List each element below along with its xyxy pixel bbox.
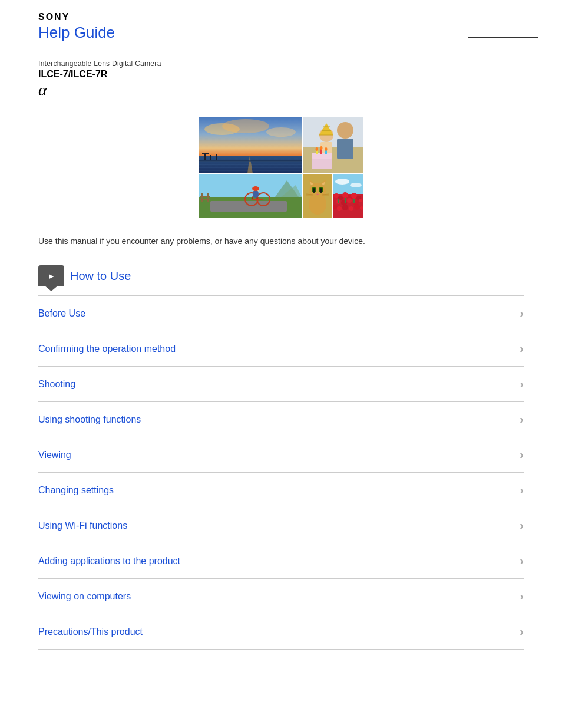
nav-item-label: Viewing on computers: [38, 591, 131, 602]
nav-item-label: Precautions/This product: [38, 627, 143, 637]
icon-label: ▶: [49, 273, 54, 279]
header-left: SONY Help Guide: [38, 12, 115, 42]
svg-rect-18: [337, 139, 353, 159]
intro-description: Use this manual if you encounter any pro…: [38, 236, 365, 246]
svg-rect-7: [204, 154, 206, 160]
nav-item[interactable]: Viewing on computers›: [38, 579, 524, 614]
svg-point-2: [222, 119, 269, 133]
nav-item[interactable]: Before Use›: [38, 295, 524, 331]
nav-list: Before Use›Confirming the operation meth…: [0, 295, 562, 650]
nav-item-label: Adding applications to the product: [38, 556, 180, 566]
svg-point-47: [253, 190, 259, 198]
collage-image-sunset: [199, 117, 302, 173]
alpha-logo: α: [38, 81, 538, 100]
svg-point-79: [347, 198, 352, 203]
nav-item[interactable]: Shooting›: [38, 367, 524, 402]
collage-image-cyclist: [199, 174, 302, 218]
svg-point-75: [351, 193, 357, 199]
nav-item[interactable]: Using shooting functions›: [38, 402, 524, 437]
svg-point-71: [334, 193, 339, 198]
how-to-use-label: How to Use: [70, 269, 131, 283]
svg-point-31: [320, 146, 323, 150]
svg-rect-9: [210, 155, 211, 160]
svg-point-30: [316, 147, 318, 151]
chevron-right-icon: ›: [520, 377, 524, 391]
collage-image-flowers: [333, 174, 363, 218]
svg-point-69: [350, 183, 362, 187]
nav-item[interactable]: Confirming the operation method›: [38, 331, 524, 367]
svg-rect-35: [210, 201, 287, 212]
nav-item[interactable]: Adding applications to the product›: [38, 543, 524, 579]
svg-point-53: [309, 183, 326, 199]
nav-item-label: Viewing: [38, 450, 71, 460]
svg-rect-88: [338, 199, 339, 203]
header: SONY Help Guide: [0, 0, 562, 48]
chevron-right-icon: ›: [520, 589, 524, 603]
chevron-right-icon: ›: [520, 448, 524, 462]
nav-item[interactable]: Using Wi-Fi functions›: [38, 508, 524, 543]
chevron-right-icon: ›: [520, 342, 524, 355]
svg-rect-8: [202, 153, 209, 154]
collage-image-birthday: [303, 117, 363, 173]
sony-logo: SONY: [38, 12, 115, 22]
collage-image-cat: [303, 174, 332, 218]
chevron-right-icon: ›: [520, 519, 524, 532]
svg-point-81: [359, 199, 362, 202]
chevron-right-icon: ›: [520, 307, 524, 320]
svg-point-84: [342, 205, 348, 210]
nav-item-label: Changing settings: [38, 485, 114, 496]
product-info: Interchangeable Lens Digital Camera ILCE…: [0, 48, 562, 100]
chevron-right-icon: ›: [520, 413, 524, 426]
nav-item[interactable]: Changing settings›: [38, 473, 524, 508]
nav-item-label: Shooting: [38, 379, 75, 390]
svg-point-83: [337, 206, 342, 211]
nav-item[interactable]: Precautions/This product›: [38, 614, 524, 650]
hero-collage: [0, 117, 562, 218]
nav-item-label: Confirming the operation method: [38, 344, 176, 354]
svg-point-17: [337, 122, 353, 139]
svg-point-85: [349, 206, 353, 211]
svg-rect-37: [207, 193, 209, 202]
product-model: ILCE-7/ILCE-7R: [38, 69, 538, 80]
how-to-use-section: ▶ How to Use: [0, 259, 562, 295]
chevron-right-icon: ›: [520, 625, 524, 638]
chevron-right-icon: ›: [520, 483, 524, 497]
svg-point-3: [266, 127, 296, 137]
svg-rect-90: [353, 199, 355, 203]
svg-rect-36: [201, 193, 203, 202]
nav-item-label: Before Use: [38, 308, 85, 319]
svg-rect-25: [312, 157, 332, 169]
nav-item[interactable]: Viewing›: [38, 437, 524, 473]
svg-point-32: [325, 147, 328, 151]
svg-rect-89: [345, 198, 346, 203]
product-type: Interchangeable Lens Digital Camera: [38, 60, 538, 68]
svg-point-86: [354, 204, 360, 210]
svg-point-61: [320, 188, 322, 193]
svg-point-87: [360, 206, 363, 210]
how-to-use-icon: ▶: [38, 265, 64, 286]
svg-point-60: [313, 188, 315, 193]
svg-point-48: [252, 186, 259, 191]
svg-point-73: [342, 192, 348, 198]
intro-text: Use this manual if you encounter any pro…: [0, 229, 562, 259]
search-box[interactable]: [468, 12, 538, 38]
svg-rect-10: [216, 154, 217, 160]
svg-point-68: [335, 179, 349, 185]
nav-item-label: Using shooting functions: [38, 414, 141, 425]
nav-item-label: Using Wi-Fi functions: [38, 521, 127, 531]
chevron-right-icon: ›: [520, 554, 524, 568]
help-guide-title: Help Guide: [38, 24, 115, 42]
